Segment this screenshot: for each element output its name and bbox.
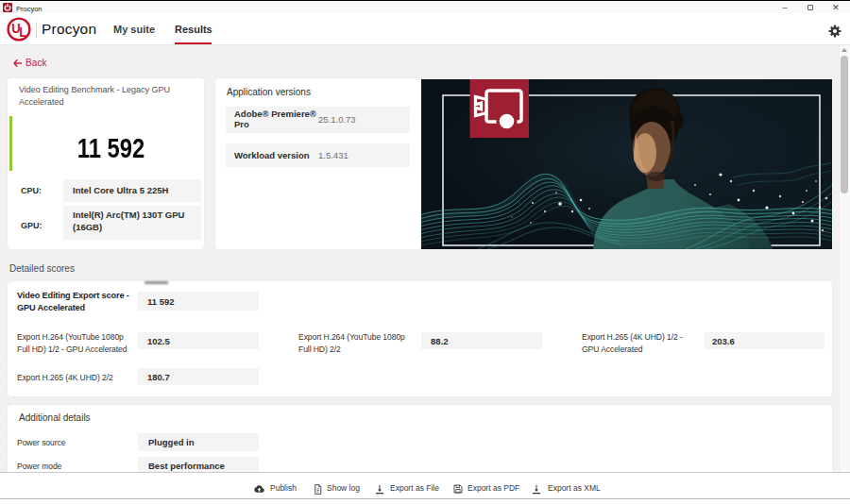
svg-text:L: L [19,25,26,41]
